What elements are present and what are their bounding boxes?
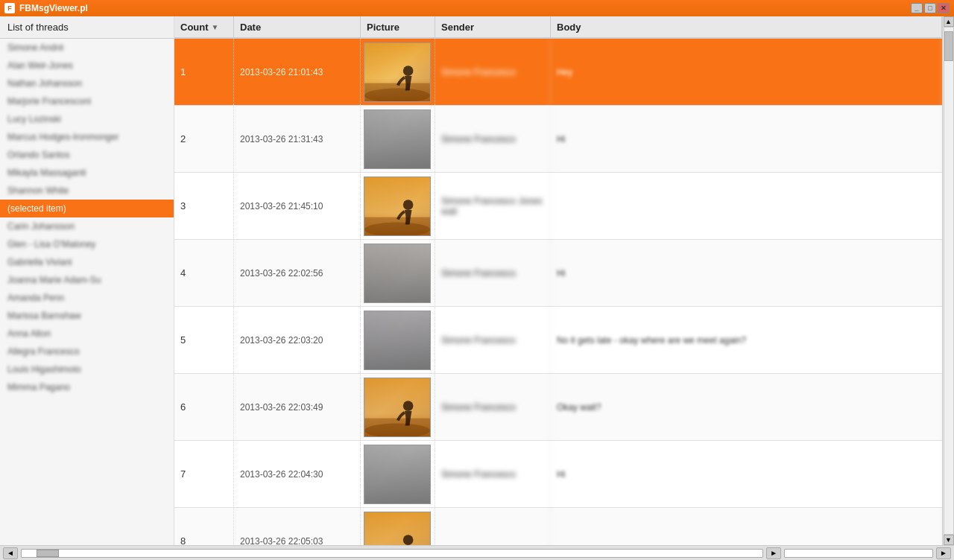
statusbar: ◄ ► ► bbox=[0, 545, 954, 560]
cell-body: Hi bbox=[551, 106, 942, 172]
vertical-scrollbar[interactable]: ▲ ▼ bbox=[942, 16, 954, 545]
cell-count: 8 bbox=[174, 508, 234, 545]
sidebar-title: List of threads bbox=[7, 22, 69, 33]
table-row[interactable]: 52013-03-26 22:03:20 Simone FrancescoNo … bbox=[174, 307, 942, 374]
cell-sender: Simone Francesco bbox=[435, 441, 551, 507]
table-row[interactable]: 22013-03-26 21:31:43 Simone FrancescoHi bbox=[174, 106, 942, 173]
cell-count: 6 bbox=[174, 374, 234, 440]
sidebar-item-10[interactable]: Carin Johansson bbox=[0, 217, 174, 235]
cell-picture bbox=[361, 307, 435, 373]
sidebar: List of threads Simone AndréAlan Weir-Jo… bbox=[0, 16, 174, 545]
table-row[interactable]: 42013-03-26 22:02:56 Simone FrancescoHi bbox=[174, 240, 942, 307]
sidebar-item-9[interactable]: (selected item) bbox=[0, 200, 174, 217]
scroll-left-button[interactable]: ◄ bbox=[3, 547, 18, 559]
sidebar-item-14[interactable]: Amanda Penn bbox=[0, 289, 174, 307]
cell-date: 2013-03-26 22:03:49 bbox=[234, 374, 361, 440]
cell-date: 2013-03-26 22:05:03 bbox=[234, 508, 361, 545]
sidebar-item-11[interactable]: Glen - Lisa O'Maloney bbox=[0, 235, 174, 253]
cell-count: 1 bbox=[174, 39, 234, 105]
column-header-picture[interactable]: Picture bbox=[361, 16, 435, 37]
sidebar-items-list: Simone AndréAlan Weir-JonesNathan Johans… bbox=[0, 39, 174, 396]
column-header-body[interactable]: Body bbox=[551, 16, 942, 37]
close-button[interactable]: ✕ bbox=[938, 3, 950, 13]
scroll-up-button[interactable]: ▲ bbox=[944, 16, 954, 27]
svg-point-3 bbox=[403, 66, 414, 76]
cell-body: Hi bbox=[551, 240, 942, 306]
scroll-right-button-2[interactable]: ► bbox=[936, 547, 951, 559]
table-body: 12013-03-26 21:01:43 Simone FrancescoHey… bbox=[174, 39, 942, 545]
sidebar-item-2[interactable]: Nathan Johansson bbox=[0, 74, 174, 92]
sidebar-item-17[interactable]: Allegra Francesco bbox=[0, 343, 174, 360]
svg-rect-4 bbox=[364, 110, 430, 168]
cell-picture bbox=[361, 508, 435, 545]
titlebar: F FBMsgViewer.pl _ □ ✕ bbox=[0, 0, 954, 16]
table-row[interactable]: 82013-03-26 22:05:03 bbox=[174, 508, 942, 545]
scroll-down-button[interactable]: ▼ bbox=[944, 535, 954, 545]
cell-count: 3 bbox=[174, 173, 234, 239]
cell-picture bbox=[361, 240, 435, 306]
sidebar-item-13[interactable]: Joanna Marie Adam-Su bbox=[0, 271, 174, 289]
svg-point-8 bbox=[403, 200, 414, 210]
app-title: FBMsgViewer.pl bbox=[19, 3, 88, 13]
column-header-date[interactable]: Date bbox=[234, 16, 361, 37]
horizontal-scroll-track-2[interactable] bbox=[784, 549, 933, 558]
sidebar-item-16[interactable]: Anna Alton bbox=[0, 325, 174, 343]
svg-rect-15 bbox=[364, 445, 430, 503]
cell-date: 2013-03-26 22:02:56 bbox=[234, 240, 361, 306]
scroll-track[interactable] bbox=[944, 27, 954, 535]
sidebar-item-6[interactable]: Orlando Santos bbox=[0, 146, 174, 164]
scroll-thumb[interactable] bbox=[944, 31, 953, 61]
cell-date: 2013-03-26 21:01:43 bbox=[234, 39, 361, 105]
cell-body bbox=[551, 173, 942, 239]
cell-sender bbox=[435, 508, 551, 545]
cell-picture bbox=[361, 173, 435, 239]
cell-date: 2013-03-26 21:45:10 bbox=[234, 173, 361, 239]
scroll-right-button[interactable]: ► bbox=[766, 547, 781, 559]
sidebar-item-7[interactable]: Mikayla Massaganti bbox=[0, 164, 174, 182]
cell-count: 4 bbox=[174, 240, 234, 306]
horizontal-scroll-thumb[interactable] bbox=[37, 550, 59, 557]
sidebar-item-3[interactable]: Marjorie Francesconi bbox=[0, 92, 174, 110]
sidebar-item-19[interactable]: Mimma Pagano bbox=[0, 378, 174, 396]
cell-count: 5 bbox=[174, 307, 234, 373]
table-row[interactable]: 32013-03-26 21:45:10 Simone Francesco Jo… bbox=[174, 173, 942, 240]
cell-body bbox=[551, 508, 942, 545]
table-row[interactable]: 72013-03-26 22:04:30 Simone FrancescoHi bbox=[174, 441, 942, 508]
sidebar-item-12[interactable]: Gabriella Viviani bbox=[0, 253, 174, 271]
sidebar-item-1[interactable]: Alan Weir-Jones bbox=[0, 57, 174, 74]
column-header-count[interactable]: Count ▼ bbox=[174, 16, 234, 37]
sidebar-item-18[interactable]: Louis Higashimoto bbox=[0, 360, 174, 378]
sidebar-item-4[interactable]: Lucy Lozinski bbox=[0, 110, 174, 128]
cell-body: Hey bbox=[551, 39, 942, 105]
svg-rect-16 bbox=[364, 512, 430, 546]
minimize-button[interactable]: _ bbox=[911, 3, 923, 13]
svg-rect-9 bbox=[364, 244, 430, 302]
sidebar-item-15[interactable]: Marissa Barnshaw bbox=[0, 307, 174, 325]
svg-point-19 bbox=[403, 535, 414, 545]
cell-count: 7 bbox=[174, 441, 234, 507]
cell-body: No it gets late - okay where are we meet… bbox=[551, 307, 942, 373]
sidebar-item-0[interactable]: Simone André bbox=[0, 39, 174, 57]
cell-body: Okay wait? bbox=[551, 374, 942, 440]
sidebar-item-5[interactable]: Marcus Hodges-Ironmonger bbox=[0, 128, 174, 146]
column-header-sender[interactable]: Sender bbox=[435, 16, 551, 37]
cell-count: 2 bbox=[174, 106, 234, 172]
svg-point-14 bbox=[403, 401, 414, 411]
window-controls: _ □ ✕ bbox=[911, 3, 950, 13]
sidebar-header: List of threads bbox=[0, 16, 174, 39]
cell-picture bbox=[361, 39, 435, 105]
maximize-button[interactable]: □ bbox=[924, 3, 936, 13]
sidebar-item-8[interactable]: Shannon White bbox=[0, 182, 174, 200]
table-row[interactable]: 62013-03-26 22:03:49 Simone FrancescoOka… bbox=[174, 374, 942, 441]
cell-sender: Simone Francesco bbox=[435, 106, 551, 172]
sort-arrow-count: ▼ bbox=[212, 23, 219, 31]
table-row[interactable]: 12013-03-26 21:01:43 Simone FrancescoHey bbox=[174, 39, 942, 106]
cell-picture bbox=[361, 441, 435, 507]
cell-body: Hi bbox=[551, 441, 942, 507]
table-header: Count ▼ Date Picture Sender Body bbox=[174, 16, 942, 39]
cell-sender: Simone Francesco bbox=[435, 307, 551, 373]
cell-sender: Simone Francesco bbox=[435, 374, 551, 440]
horizontal-scroll-track[interactable] bbox=[21, 549, 763, 558]
cell-sender: Simone Francesco Jones wait bbox=[435, 173, 551, 239]
app-icon: F bbox=[4, 3, 15, 13]
